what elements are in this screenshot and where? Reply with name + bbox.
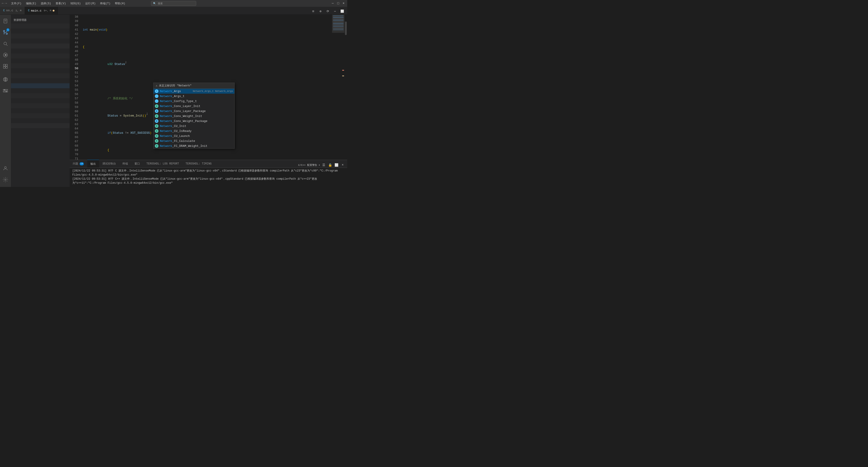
tab-history-button[interactable]: ⟳ — [324, 8, 331, 14]
title-center: 🔍 搜索 — [151, 1, 196, 6]
autocomplete-item-3[interactable]: ⊕ Network_Conv_Layer_Init — [153, 104, 235, 109]
panel-tab-problems-label: 问题 — [73, 162, 78, 166]
tab-main-c[interactable]: C main.c 9+, M — [25, 6, 58, 14]
sidebar-tree-item-6[interactable] — [11, 49, 70, 53]
autocomplete-item-8[interactable]: ⊕ Network_CU_IsReady — [153, 128, 235, 134]
main-layout: 1 资源管理器 — [0, 15, 347, 187]
autocomplete-name-9: Network_CU_Launch — [160, 135, 190, 138]
panel-tab-problems[interactable]: 问题 14 — [70, 160, 87, 168]
forward-arrow[interactable]: → — [5, 1, 7, 5]
editor-area: 38 39 40 41 42 43 44 45 46 47 48 49 50 5… — [70, 15, 347, 187]
line-numbers: 38 39 40 41 42 43 44 45 46 47 48 49 50 5… — [70, 15, 81, 160]
svg-point-4 — [6, 33, 7, 34]
autocomplete-item-11[interactable]: ⊕ Network_FC_DRAM_Weight_Init — [153, 143, 235, 148]
sidebar-tree-item-5[interactable] — [11, 43, 70, 49]
sidebar-tree-item-15[interactable] — [11, 93, 70, 98]
autocomplete-item-9[interactable]: ⊕ Network_CU_Launch — [153, 134, 235, 139]
sidebar-tree-item-12[interactable] — [11, 78, 70, 83]
autocomplete-item-10[interactable]: ⊕ Network_FC_Calculate — [153, 139, 235, 143]
sidebar-tree-item-1[interactable] — [11, 24, 70, 29]
sidebar-tree-item-9[interactable] — [11, 63, 70, 68]
panel-maximize[interactable]: ⬜ — [334, 162, 339, 168]
autocomplete-item-4[interactable]: ⊕ Network_Conv_Layer_Package — [153, 109, 235, 114]
sidebar-tree-item-14[interactable] — [11, 88, 70, 93]
menu-help[interactable]: 帮助(H) — [114, 1, 127, 6]
autocomplete-name-8: Network_CU_IsReady — [160, 129, 191, 133]
sidebar-tree-item-4[interactable] — [11, 38, 70, 43]
activity-settings-ext[interactable] — [0, 85, 11, 96]
activity-explorer[interactable] — [0, 16, 11, 27]
sidebar-tree-item-21[interactable] — [11, 123, 70, 128]
sidebar-tree-item-20[interactable] — [11, 118, 70, 123]
activity-search[interactable] — [0, 38, 11, 49]
autocomplete-icon-1: ◦ — [155, 94, 158, 98]
activity-remote[interactable] — [0, 74, 11, 85]
close-button[interactable]: × — [342, 2, 345, 5]
maximize-button[interactable]: □ — [336, 2, 340, 5]
tab-maximize-button[interactable]: ⬜ — [339, 8, 345, 14]
sidebar-tree-item-3[interactable] — [11, 33, 70, 38]
sidebar-tree-item-17[interactable] — [11, 103, 70, 108]
autocomplete-icon-10: ⊕ — [155, 139, 158, 143]
scrollbar-thumb[interactable] — [345, 22, 347, 35]
panel-tab-teros-log-label: TEROSHDL: LOG REPORT — [147, 162, 179, 166]
menu-run[interactable]: 运行(R) — [84, 1, 97, 6]
panel-tab-terminal[interactable]: 终端 — [119, 160, 131, 168]
autocomplete-icon-3: ⊕ — [155, 104, 158, 108]
panel-close[interactable]: × — [340, 162, 345, 168]
activity-source-control[interactable]: 1 — [0, 27, 11, 38]
panel-lang-select[interactable]: C/C++ 配置警告 ▾ — [298, 162, 320, 168]
svg-rect-10 — [3, 64, 5, 66]
activity-account[interactable] — [0, 163, 11, 174]
tab-nn-c[interactable]: C nn.c 1, M — [0, 6, 25, 14]
autocomplete-item-0[interactable]: • Network_Args Network_Args_t Network_Ar… — [153, 89, 235, 94]
panel-tab-debug-label: 调试控制台 — [102, 162, 116, 166]
tab-split-button[interactable]: ⊡ — [310, 8, 316, 14]
panel-tab-teros-log[interactable]: TEROSHDL: LOG REPORT — [143, 160, 182, 168]
minimize-button[interactable]: ─ — [331, 2, 335, 5]
sidebar-tree-item-2[interactable] — [11, 29, 70, 33]
svg-point-21 — [4, 167, 6, 168]
panel-tab-teros-timing[interactable]: TEROSHDL: TIMING — [182, 160, 215, 168]
sidebar-tree-item-8[interactable] — [11, 58, 70, 63]
autocomplete-item-6[interactable]: ⊕ Network_Conv_Weight_Package — [153, 119, 235, 123]
activity-manage[interactable] — [0, 174, 11, 185]
panel-tab-output[interactable]: 输出 — [87, 160, 99, 168]
autocomplete-item-2[interactable]: ◦ Network_Config_Type_t — [153, 99, 235, 104]
autocomplete-item-5[interactable]: ⊕ Network_Conv_Weight_Init — [153, 114, 235, 119]
scrollbar-track[interactable] — [344, 15, 347, 160]
menu-view[interactable]: 查看(V) — [54, 1, 67, 6]
menu-file[interactable]: 文件(F) — [10, 1, 23, 6]
back-arrow[interactable]: ← — [2, 1, 4, 5]
sidebar-tree-item-18[interactable] — [11, 108, 70, 113]
tab-icon-nn-c: C — [3, 9, 5, 12]
tab-more-button[interactable]: ⋯ — [332, 8, 338, 14]
autocomplete-item-7[interactable]: ⊕ Network_CU_Init — [153, 123, 235, 128]
panel-tab-window-label: 窗口 — [134, 162, 140, 166]
sidebar-tree-item-10[interactable] — [11, 68, 70, 73]
activity-run[interactable] — [0, 50, 11, 60]
autocomplete-item-1[interactable]: ◦ Network_Args_t — [153, 94, 235, 99]
sidebar-tree-item-11[interactable] — [11, 73, 70, 78]
tab-settings-button[interactable]: ⚙ — [317, 8, 324, 14]
panel-content: [2024/11/22 09:53:31] 对于 C 源文件，IntelliSe… — [70, 168, 347, 187]
panel-lock[interactable]: 🔒 — [327, 162, 333, 168]
menu-edit[interactable]: 编辑(E) — [25, 1, 38, 6]
sidebar: 资源管理器 — [11, 15, 70, 187]
sidebar-tree-item-19[interactable] — [11, 113, 70, 118]
search-bar[interactable]: 🔍 搜索 — [151, 1, 196, 6]
menu-terminal[interactable]: 终端(T) — [99, 1, 112, 6]
panel-tab-window[interactable]: 窗口 — [131, 160, 143, 168]
sidebar-tree-item-13[interactable] — [11, 83, 70, 88]
svg-rect-12 — [3, 66, 5, 68]
menu-goto[interactable]: 转到(G) — [69, 1, 82, 6]
minimap-slider[interactable] — [332, 15, 344, 33]
svg-marker-9 — [5, 54, 7, 56]
sidebar-tree-item-16[interactable] — [11, 98, 70, 103]
panel-list-view[interactable]: ☰ — [321, 162, 327, 168]
sidebar-tree-item-7[interactable] — [11, 53, 70, 58]
panel-tab-debug[interactable]: 调试控制台 — [99, 160, 119, 168]
menu-select[interactable]: 选择(S) — [39, 1, 53, 6]
activity-extensions[interactable] — [0, 61, 11, 72]
tab-bar: C nn.c 1, M C main.c 9+, M ⊡ ⚙ ⟳ ⋯ ⬜ — [0, 7, 347, 15]
